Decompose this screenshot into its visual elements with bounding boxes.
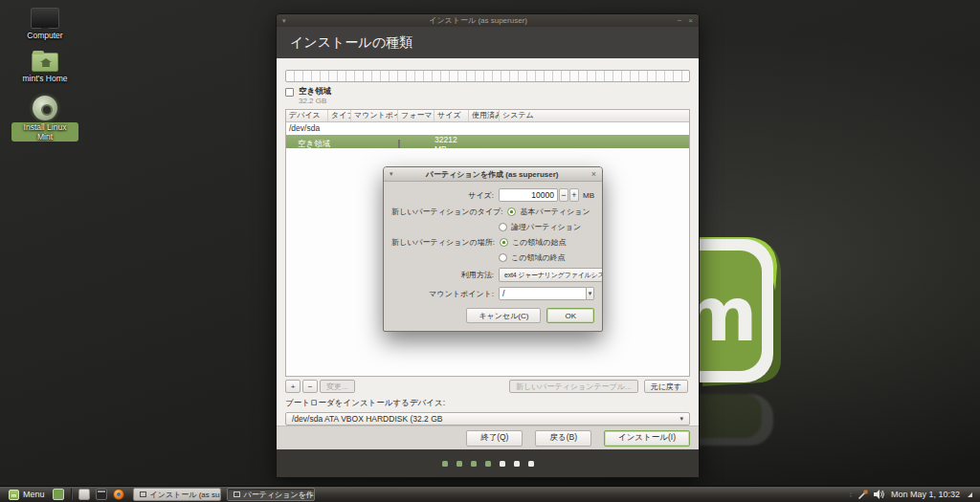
quit-button[interactable]: 終了(Q) [466, 430, 523, 447]
taskbar-window-installer[interactable]: インストール (as super... [133, 488, 221, 501]
size-decrement-button[interactable]: − [559, 188, 568, 202]
tray-separator: ⁞ [850, 491, 852, 499]
size-label: サイズ: [391, 190, 499, 201]
radio-primary-partition[interactable] [507, 207, 516, 216]
bootloader-label: ブートローダをインストールするデバイス: [285, 398, 690, 409]
column-header[interactable]: デバイス [286, 110, 328, 121]
show-desktop-icon[interactable] [53, 489, 64, 500]
file-manager-icon[interactable] [78, 489, 90, 500]
dialog-title: パーティションを作成 (as superuser) [393, 169, 591, 180]
progress-dots [442, 461, 534, 467]
taskbar: m Menu インストール (as super... パーティションを作成 (a… [0, 486, 980, 502]
taskbar-window-label: パーティションを作成 (a... [244, 490, 315, 500]
taskbar-window-label: インストール (as super... [150, 490, 221, 500]
ok-button[interactable]: OK [546, 308, 594, 323]
window-icon [140, 491, 146, 497]
column-header[interactable]: 使用済み [469, 110, 500, 121]
minimize-icon[interactable]: − [678, 17, 682, 25]
desktop-icon-home[interactable]: mint's Home [11, 53, 78, 83]
window-icon [234, 491, 240, 497]
dialog-titlebar[interactable]: ▾ パーティションを作成 (as superuser) × [384, 167, 602, 182]
change-partition-button[interactable]: 変更... [320, 380, 355, 393]
mount-point-label: マウントポイント: [391, 289, 499, 299]
bootloader-value: /dev/sda ATA VBOX HARDDISK (32.2 GB [292, 414, 442, 424]
column-header[interactable]: フォーマット [398, 110, 434, 121]
window-footer: 終了(Q) 戻る(B) インストール(I) [277, 426, 699, 449]
slideshow-area [277, 449, 699, 477]
window-titlebar[interactable]: ▾ インストール (as superuser) − × [277, 14, 699, 27]
mint-menu-icon: m [9, 490, 19, 500]
use-as-row: 利用方法: ext4 ジャーナリングファイルシステム ▾ [391, 268, 594, 282]
partition-location-label: 新しいパーティションの場所: [391, 237, 500, 248]
install-button[interactable]: インストール(I) [604, 430, 690, 447]
radio-label[interactable]: 論理パーティション [511, 222, 581, 232]
new-partition-table-button[interactable]: 新しいパーティションテーブル... [509, 380, 638, 393]
disk-usage-bar [285, 70, 690, 82]
desktop-icon-list: Computer mint's Home Install Linux Mint [11, 8, 78, 156]
column-header[interactable]: サイズ [434, 110, 469, 121]
radio-label[interactable]: 基本パーティション [520, 207, 590, 217]
mount-point-dropdown-button[interactable]: ▾ [587, 287, 594, 300]
bootloader-select[interactable]: /dev/sda ATA VBOX HARDDISK (32.2 GB ▾ [285, 412, 690, 426]
home-folder-icon [32, 53, 58, 72]
size-input[interactable] [499, 188, 558, 202]
use-as-label: 利用方法: [391, 270, 499, 280]
window-title: インストール (as superuser) [286, 15, 671, 26]
radio-end-of-space[interactable] [499, 253, 507, 262]
chevron-down-icon: ▾ [679, 415, 683, 423]
menu-button[interactable]: m Menu [4, 488, 50, 502]
taskbar-clock[interactable]: Mon May 1, 10:32 [891, 490, 960, 499]
size-unit: MB [583, 191, 594, 200]
radio-logical-partition[interactable] [499, 223, 507, 231]
desktop: m Computer mint's Home Install Linux Min… [0, 0, 980, 502]
dialog-body: サイズ: − + MB 新しいパーティションのタイプ: 基本パーティション 論理… [384, 182, 602, 331]
table-row-device[interactable]: /dev/sda [286, 122, 689, 135]
column-header[interactable]: マウントポイント [351, 110, 398, 121]
partition-toolbar: + − 変更... 新しいパーティションテーブル... 元に戻す [285, 380, 690, 393]
revert-button[interactable]: 元に戻す [644, 380, 688, 393]
taskbar-divider [71, 489, 72, 500]
radio-label[interactable]: この領域の終点 [511, 252, 566, 263]
remove-partition-button[interactable]: − [302, 380, 318, 393]
mount-point-input[interactable] [499, 287, 587, 300]
computer-icon [31, 8, 59, 29]
partition-location-row: 新しいパーティションの場所: この領域の始点 [391, 237, 594, 248]
size-increment-button[interactable]: + [569, 188, 579, 202]
back-button[interactable]: 戻る(B) [535, 430, 591, 447]
create-partition-dialog: ▾ パーティションを作成 (as superuser) × サイズ: − + M… [383, 166, 603, 332]
progress-dot [457, 461, 462, 467]
progress-dot [471, 461, 477, 467]
free-space-legend: 空き領域 32.2 GB [285, 87, 690, 105]
firefox-icon[interactable] [113, 489, 124, 500]
terminal-icon[interactable] [96, 489, 107, 500]
legend-size: 32.2 GB [299, 97, 331, 105]
table-row-free-space[interactable]: 空き領域 32212 MB [286, 135, 689, 148]
add-partition-button[interactable]: + [285, 380, 301, 393]
column-header[interactable]: タイプ [328, 110, 351, 121]
network-icon[interactable] [858, 490, 868, 500]
chevron-down-icon: ▾ [589, 290, 592, 297]
filesystem-select[interactable]: ext4 ジャーナリングファイルシステム ▾ [499, 268, 603, 282]
desktop-icon-install[interactable]: Install Linux Mint [11, 96, 78, 143]
taskbar-window-partition-dialog[interactable]: パーティションを作成 (a... [227, 488, 315, 501]
progress-dot [442, 461, 448, 467]
cancel-button[interactable]: キャンセル(C) [466, 308, 541, 323]
mount-point-row: マウントポイント: ▾ [391, 287, 594, 300]
desktop-icon-label: Install Linux Mint [11, 122, 78, 142]
dialog-close-icon[interactable]: × [591, 170, 596, 179]
column-header[interactable]: システム [500, 110, 689, 121]
menu-label: Menu [23, 490, 45, 499]
radio-label[interactable]: この領域の始点 [512, 237, 567, 248]
free-space-swatch [285, 88, 294, 97]
system-tray: ⁞ Mon May 1, 10:32 [850, 490, 976, 500]
volume-icon[interactable] [874, 490, 885, 499]
panel-corner-icon[interactable] [968, 492, 972, 497]
close-icon[interactable]: × [688, 17, 693, 25]
radio-beginning-of-space[interactable] [500, 238, 508, 247]
legend-label: 空き領域 [299, 87, 331, 96]
partition-type-row: 新しいパーティションのタイプ: 基本パーティション [391, 207, 594, 217]
desktop-icon-computer[interactable]: Computer [11, 8, 78, 40]
size-row: サイズ: − + MB [391, 188, 594, 202]
filesystem-value: ext4 ジャーナリングファイルシステム [504, 271, 603, 280]
page-title: インストールの種類 [290, 34, 412, 52]
